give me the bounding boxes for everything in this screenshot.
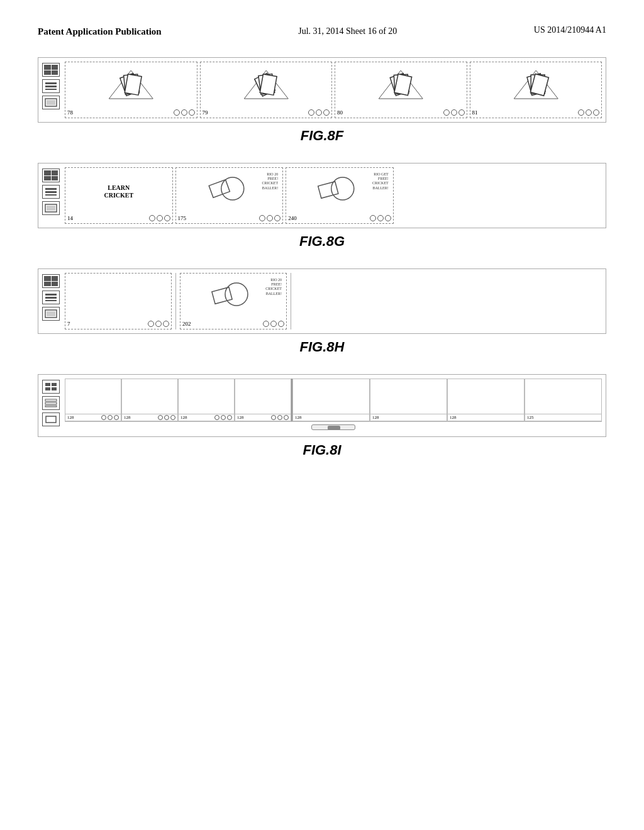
scrollbar-thumb[interactable] [328, 426, 340, 430]
sidebar-list-icon-8g [42, 185, 60, 199]
thumb-controls-14 [149, 215, 170, 221]
thumb-footer-78: 78 [67, 109, 195, 116]
thumb-image-79 [203, 64, 330, 108]
sidebar-single-icon [42, 96, 60, 109]
sidebar-grid-icon-8h [42, 274, 60, 288]
sidebar-icon-3-8i [42, 412, 60, 426]
svg-point-36 [331, 177, 354, 200]
fig8i-outer: 128 [38, 374, 606, 437]
fig8i-controls-1 [101, 415, 119, 420]
fig8i-cell-128-3: 128 [178, 379, 235, 421]
fig8i-right-group: 128 128 [292, 379, 602, 421]
thumb-cell-80: 80 [335, 62, 467, 118]
fig8g-section: LEARN CRICKET 14 [38, 163, 606, 250]
fig8i-cell-footer-5: 128 [293, 414, 369, 421]
thumb-footer-80: 80 [337, 109, 465, 116]
ctrl-3 [189, 109, 195, 116]
svg-rect-48 [52, 387, 57, 390]
thumb-cell-7: 7 [65, 273, 172, 329]
fig8i-left-group: 128 [65, 379, 292, 421]
sidebar-list-icon-8h [42, 290, 60, 304]
fig8i-num-2: 128 [124, 415, 131, 420]
thumb-image-7 [67, 275, 169, 319]
fig8i-controls-4 [271, 415, 289, 420]
sidebar-list-icon [42, 79, 60, 93]
fig8f-box: 78 [38, 57, 606, 123]
fig8i-cell-footer-4: 128 [235, 414, 291, 421]
svg-rect-2 [45, 89, 57, 90]
thumb-footer-202: 202 [182, 321, 284, 327]
thumb-number-202: 202 [182, 321, 191, 327]
fig8i-cell-footer-3: 128 [179, 414, 234, 421]
sidebar-single-icon-8h [42, 307, 60, 321]
fig8i-cell-125: 125 [525, 379, 602, 421]
thumb-image-175: RIO 20FREE!CRICKETBALLER! [178, 170, 281, 213]
thumb-number-78: 78 [67, 109, 73, 116]
thumb-cell-240: RIO GETFREE!CRICKETBALLER! 240 [286, 167, 394, 224]
thumb-cell-14: LEARN CRICKET 14 [65, 167, 173, 224]
thumb-image-202: RIO 20FREE!CRICKETBALLER! [182, 275, 284, 319]
fig8f-label: FIG.8F [38, 128, 606, 144]
fig8i-left-cells: 128 [65, 379, 291, 421]
fig8i-controls-2 [158, 415, 175, 420]
fig8i-section: 128 [38, 374, 606, 458]
sidebar-single-icon-8g [42, 201, 60, 215]
svg-rect-44 [212, 287, 232, 304]
thumb-cell-202: RIO 20FREE!CRICKETBALLER! 202 [180, 273, 287, 329]
fig8i-cell-content-8 [525, 379, 601, 414]
fig8i-cell-content-1 [65, 379, 121, 414]
sidebar-icon-2-8i [42, 396, 60, 410]
fig8i-cell-footer-2: 128 [122, 414, 177, 421]
fig8i-cell-footer-8: 125 [525, 414, 601, 421]
learn-cricket-text: LEARN CRICKET [104, 184, 133, 199]
thumb-image-14: LEARN CRICKET [67, 170, 170, 213]
thumb-footer-14: 14 [67, 215, 170, 221]
fig8i-cell-content-4 [235, 379, 291, 414]
svg-rect-42 [47, 311, 55, 316]
fig8i-cell-128-7: 128 [447, 379, 525, 421]
ctrl-c2 [108, 415, 113, 420]
fig8i-label: FIG.8I [38, 442, 606, 458]
fig8g-empty [396, 167, 602, 224]
fig8f-content: 78 [65, 62, 602, 118]
svg-rect-16 [260, 74, 277, 95]
scrollbar-track[interactable] [311, 424, 355, 430]
sidebar-icon-1-8i [42, 380, 60, 394]
fig8i-cell-128-4: 128 [235, 379, 291, 421]
thumb-controls-240 [370, 215, 391, 221]
fig8i-num-1: 128 [67, 415, 74, 420]
svg-rect-0 [45, 82, 57, 84]
fig8i-num-5: 128 [295, 415, 302, 420]
ctrl-c3 [114, 415, 119, 420]
svg-point-43 [225, 283, 248, 306]
overlay-240: RIO GETFREE!CRICKETBALLER! [372, 172, 389, 191]
fig8i-cell-footer-7: 128 [448, 414, 524, 421]
fig8g-label: FIG.8G [38, 233, 606, 250]
thumb-footer-240: 240 [288, 215, 391, 221]
patent-number: US 2014/210944 A1 [534, 25, 606, 35]
fig8i-top-row: 128 [65, 379, 602, 421]
ctrl-c1 [101, 415, 106, 420]
svg-rect-1 [45, 86, 57, 87]
thumb-image-240: RIO GETFREE!CRICKETBALLER! [288, 170, 391, 213]
fig8g-box: LEARN CRICKET 14 [38, 163, 606, 228]
fig8i-num-8: 125 [527, 415, 534, 420]
svg-rect-29 [45, 188, 57, 190]
sidebar-8g [42, 167, 60, 224]
sidebar-8h [42, 273, 60, 329]
thumb-footer-175: 175 [178, 215, 281, 221]
thumb-controls-202 [263, 321, 284, 327]
svg-rect-49 [45, 399, 57, 401]
fig8i-cell-content-6 [370, 379, 447, 414]
sidebar-grid-icon-8g [42, 169, 60, 182]
fig8i-scrollbar-row [65, 421, 602, 433]
svg-point-34 [221, 177, 243, 200]
page: Patent Application Publication Jul. 31, … [0, 0, 644, 830]
fig8i-row-main: 128 [42, 379, 602, 433]
overlay-202: RIO 20FREE!CRICKETBALLER! [265, 278, 282, 296]
fig8i-cell-content-7 [448, 379, 524, 414]
thumb-image-80 [337, 64, 465, 108]
thumb-controls-175 [259, 215, 280, 221]
sidebar [42, 62, 60, 118]
fig8i-table: 128 [65, 379, 602, 433]
